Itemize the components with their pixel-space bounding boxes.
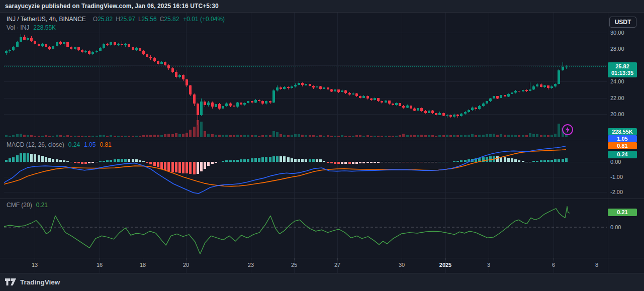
instant-trading-button[interactable] xyxy=(562,124,574,136)
macd-legend[interactable]: MACD (12, 26, close) 0.24 1.05 0.81 xyxy=(7,141,112,148)
change-value: +0.01 (+0.04%) xyxy=(183,16,225,23)
candlesticks xyxy=(5,34,568,125)
close-value: 25.82 xyxy=(164,16,179,23)
time-axis-label: 25 xyxy=(291,262,297,268)
low-value: 25.56 xyxy=(142,16,157,23)
cmf-line xyxy=(4,207,570,254)
macd-axis-label: -1.00 xyxy=(610,174,623,180)
macd-line xyxy=(4,146,566,194)
macd-signal-line xyxy=(4,150,566,186)
volume-axis-badge: 228.55K xyxy=(608,128,637,135)
volume-bars xyxy=(5,120,568,137)
high-label: H xyxy=(116,16,120,23)
lightning-icon xyxy=(562,124,574,136)
macd-axis-badge: 1.05 xyxy=(608,135,637,142)
snapshot-banner: sarayucyzie published on TradingView.com… xyxy=(0,0,644,13)
symbol-title[interactable]: INJ / TetherUS, 4h, BINANCE xyxy=(7,16,86,23)
cmf-axis-label: 0.00 xyxy=(610,224,621,230)
time-axis-label: 23 xyxy=(248,262,254,268)
low-label: L xyxy=(138,16,142,23)
price-axis-label: 20.00 xyxy=(610,111,624,117)
price-axis-label: 22.00 xyxy=(610,95,624,101)
currency-toggle-button[interactable]: USDT xyxy=(609,17,636,28)
tradingview-logo-icon xyxy=(5,278,17,286)
tradingview-snapshot: sarayucyzie published on TradingView.com… xyxy=(0,0,644,291)
cmf-label: CMF (20) xyxy=(7,202,32,209)
time-axis-label: 30 xyxy=(399,262,405,268)
symbol-legend[interactable]: INJ / TetherUS, 4h, BINANCE O 25.82 H 25… xyxy=(7,16,225,23)
time-axis-label: 27 xyxy=(334,262,340,268)
volume-legend[interactable]: Vol · INJ 228.55K xyxy=(7,24,56,31)
footer-bar: TradingView xyxy=(0,273,644,291)
macd-hist-value: 0.24 xyxy=(68,141,80,148)
time-axis-label: 2025 xyxy=(439,262,451,268)
macd-line-value: 1.05 xyxy=(84,141,96,148)
candle-countdown: 01:13:35 xyxy=(611,70,633,76)
macd-axis-label: 0.00 xyxy=(610,159,621,165)
price-axis-label: 28.00 xyxy=(610,46,624,52)
last-price-value: 25.82 xyxy=(615,63,629,70)
close-label: C xyxy=(160,16,164,23)
time-axis-label: 13 xyxy=(32,262,38,268)
last-price-badge: 25.82 01:13:35 xyxy=(608,62,637,77)
hist-axis-badge: 0.24 xyxy=(608,151,637,158)
time-axis-label: 20 xyxy=(183,262,189,268)
cmf-legend[interactable]: CMF (20) 0.21 xyxy=(7,202,48,209)
price-axis-label: 24.00 xyxy=(610,78,624,84)
tradingview-logo[interactable]: TradingView xyxy=(5,278,60,286)
time-axis-label: 3 xyxy=(487,262,490,268)
time-axis-label: 8 xyxy=(595,262,598,268)
banner-text: sarayucyzie published on TradingView.com… xyxy=(5,3,219,10)
signal-axis-badge: 0.81 xyxy=(608,142,637,149)
high-value: 25.97 xyxy=(120,16,135,23)
time-axis-label: 18 xyxy=(140,262,146,268)
open-value: 25.82 xyxy=(98,16,113,23)
macd-axis-label: -2.00 xyxy=(610,189,623,195)
volume-label: Vol · INJ xyxy=(7,24,29,31)
volume-value: 228.55K xyxy=(33,24,56,31)
cmf-value: 0.21 xyxy=(36,202,48,209)
tradingview-logo-text: TradingView xyxy=(20,278,60,286)
cmf-axis-badge: 0.21 xyxy=(608,209,637,216)
open-label: O xyxy=(93,16,98,23)
price-axis-label: 30.00 xyxy=(610,30,624,36)
macd-signal-value: 0.81 xyxy=(100,141,111,148)
macd-label: MACD (12, 26, close) xyxy=(7,141,64,148)
time-axis-label: 16 xyxy=(97,262,103,268)
time-axis-label: 6 xyxy=(552,262,555,268)
